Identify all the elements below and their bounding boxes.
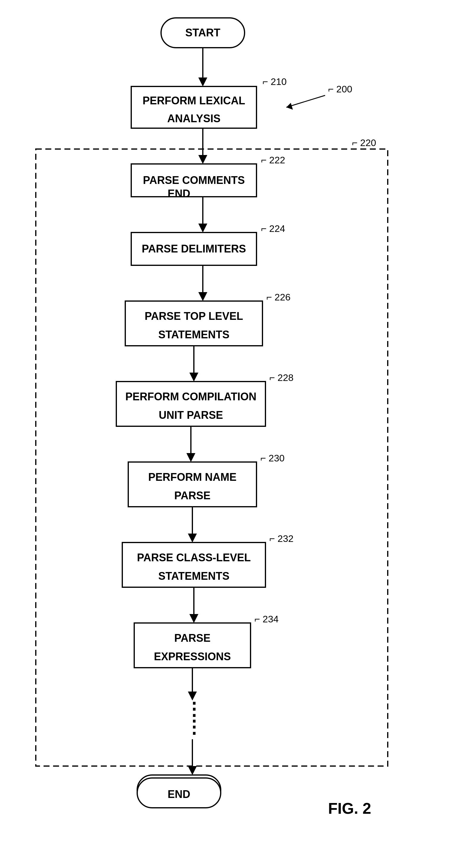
figure-label: FIG. 2 (328, 800, 371, 817)
flowchart-diagram: START PERFORM LEXICAL ANALYSIS ⌐ 210 ⌐ 2… (0, 0, 462, 868)
node-222-label: PARSE COMMENTS (143, 174, 244, 186)
ref-230: ⌐ 230 (260, 453, 285, 464)
node-232-label-1: PARSE CLASS-LEVEL (137, 552, 251, 564)
start-node: START (161, 18, 244, 48)
node-230-label-1: PERFORM NAME (148, 471, 236, 483)
ref-226: ⌐ 226 (266, 292, 290, 303)
ref-224: ⌐ 224 (261, 223, 285, 234)
end-node-correct: END (137, 778, 221, 808)
node-232: PARSE CLASS-LEVEL STATEMENTS (122, 542, 265, 587)
svg-rect-0 (0, 0, 462, 868)
end-label: END (168, 187, 190, 200)
ref-234: ⌐ 234 (254, 614, 279, 624)
continuation-dots-2: ⋮ (185, 717, 203, 737)
ref-200: ⌐ 200 (328, 84, 352, 94)
node-210-label-1: PERFORM LEXICAL (143, 94, 245, 107)
node-232-label-2: STATEMENTS (158, 570, 230, 582)
ref-232: ⌐ 232 (269, 533, 293, 544)
node-226-label-2: STATEMENTS (158, 329, 230, 341)
ref-222: ⌐ 222 (261, 155, 285, 165)
node-234: PARSE EXPRESSIONS (134, 623, 251, 668)
node-210-label-2: ANALYSIS (167, 113, 221, 125)
node-230: PERFORM NAME PARSE (128, 462, 257, 507)
node-234-label-1: PARSE (174, 632, 210, 644)
node-228-label-1: PERFORM COMPILATION (125, 391, 256, 403)
ref-220: ⌐ 220 (352, 137, 376, 148)
node-228: PERFORM COMPILATION UNIT PARSE (116, 381, 265, 426)
ref-228: ⌐ 228 (269, 372, 293, 383)
end-label-correct: END (168, 788, 190, 800)
node-226: PARSE TOP LEVEL STATEMENTS (125, 301, 262, 346)
node-224-label: PARSE DELIMITERS (142, 243, 246, 255)
node-210: PERFORM LEXICAL ANALYSIS (131, 87, 257, 128)
node-224: PARSE DELIMITERS (131, 232, 257, 265)
node-228-label-2: UNIT PARSE (159, 409, 223, 421)
node-230-label-2: PARSE (174, 490, 210, 502)
start-label: START (185, 27, 220, 39)
ref-210: ⌐ 210 (262, 76, 287, 87)
node-222: PARSE COMMENTS (131, 164, 257, 197)
node-234-label-2: EXPRESSIONS (154, 650, 231, 662)
node-226-label-1: PARSE TOP LEVEL (145, 310, 243, 322)
continuation-dots: ⋮ (185, 699, 203, 719)
